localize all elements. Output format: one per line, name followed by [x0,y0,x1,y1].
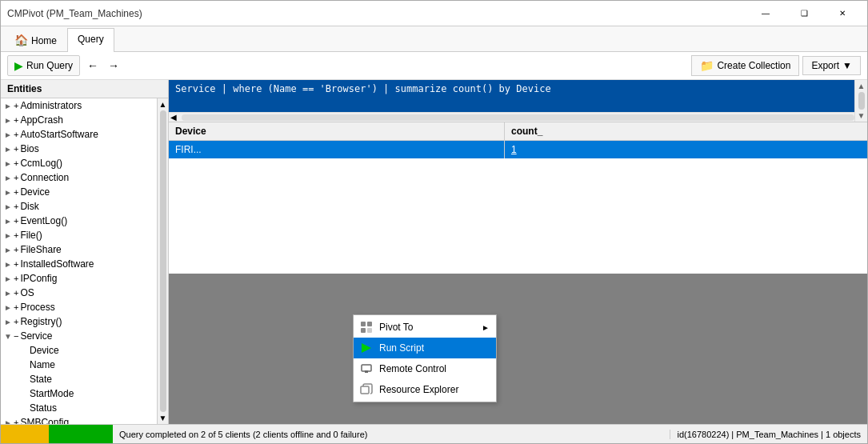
forward-button[interactable]: → [104,56,123,75]
node-icon: + [14,259,18,269]
node-icon: + [14,144,18,154]
sidebar-item-process[interactable]: ► + Process [1,300,157,314]
query-editor: Service | where (Name == 'Browser') | su… [169,80,867,122]
run-query-button[interactable]: ▶ Run Query [7,55,80,76]
sidebar-item-connection[interactable]: ► + Connection [1,170,157,185]
sidebar-item-smbconfig[interactable]: ► + SMBConfig [1,415,157,424]
menu-item-run-script[interactable]: Run Script [354,338,496,358]
sidebar-item-installedsoftware[interactable]: ► + InstalledSoftware [1,257,157,271]
expander-icon: ► [4,202,14,211]
sidebar-item-service[interactable]: ▼ − Service [1,329,157,343]
export-button[interactable]: Export ▼ [802,56,861,75]
status-bar: Query completed on 2 of 5 clients (2 cli… [1,424,867,443]
results-empty-area [169,274,867,425]
sidebar-item-ipconfig[interactable]: ► + IPConfig [1,271,157,286]
scroll-down-icon[interactable]: ▼ [159,414,167,422]
scroll-down-arrow[interactable]: ▼ [858,111,866,120]
node-icon: + [14,302,18,312]
resource-explorer-label: Resource Explorer [379,384,458,395]
scroll-up-icon[interactable]: ▲ [159,100,167,109]
expander-icon: ► [4,231,14,240]
sidebar-item-bios[interactable]: ► + Bios [1,142,157,156]
query-text[interactable]: Service | where (Name == 'Browser') | su… [169,80,867,112]
sidebar-item-service-state[interactable]: State [1,372,157,386]
svg-rect-3 [367,328,372,333]
tab-home[interactable]: 🏠Home [4,28,67,51]
count-link[interactable]: 1 [511,144,517,155]
sidebar-item-service-startmode[interactable]: StartMode [1,386,157,401]
column-device: Device [169,122,505,140]
expander-icon: ► [4,318,14,326]
scroll-left-icon[interactable]: ◀ [169,113,178,122]
nav-buttons: ← → [83,56,123,75]
expander-icon: ► [4,303,14,312]
expander-icon: ► [4,260,14,269]
query-vertical-scrollbar[interactable]: ▲ ▼ [854,80,867,122]
sidebar-item-autostartsoftware[interactable]: ► + AutoStartSoftware [1,127,157,142]
sidebar-item-appcrash[interactable]: ► + AppCrash [1,113,157,127]
sidebar-scrollbar[interactable]: ▲ ▼ [157,98,168,424]
sidebar-item-service-status[interactable]: Status [1,401,157,415]
svg-rect-5 [362,365,371,371]
sidebar-item-ccmlog[interactable]: ► + CcmLog() [1,156,157,170]
remote-control-label: Remote Control [379,363,446,374]
context-menu-overlay: Pivot To ► Run Script [353,314,497,402]
scroll-track[interactable] [182,114,854,121]
sidebar-item-fileshare[interactable]: ► + FileShare [1,242,157,257]
menu-item-pivot-to[interactable]: Pivot To ► [354,317,496,338]
node-icon: + [14,158,18,168]
svg-rect-0 [361,322,366,326]
menu-item-remote-control[interactable]: Remote Control [354,358,496,379]
sidebar-item-service-name[interactable]: Name [1,358,157,372]
tab-query[interactable]: Query [67,28,114,52]
svg-marker-4 [362,343,371,353]
query-horizontal-scrollbar[interactable]: ◀ ▶ [169,112,867,122]
sidebar-item-registry[interactable]: ► + Registry() [1,314,157,329]
progress-bar [1,425,113,443]
close-button[interactable]: ✕ [824,1,861,26]
node-icon: + [14,274,18,283]
expander-icon: ► [4,274,14,283]
expander-icon: ► [4,246,14,254]
collection-icon: 📁 [700,59,714,72]
expander-icon: ► [4,145,14,154]
sidebar-item-eventlog[interactable]: ► + EventLog() [1,214,157,228]
cell-count: 1 [505,141,867,158]
sidebar-item-administrators[interactable]: ► + Administrators [1,98,157,113]
node-icon: + [14,216,18,226]
node-icon: + [14,288,18,298]
sidebar-item-device[interactable]: ► + Device [1,185,157,199]
create-collection-button[interactable]: 📁 Create Collection [691,55,799,76]
expander-icon: ► [4,130,14,139]
back-button[interactable]: ← [83,56,102,75]
v-scroll-thumb[interactable] [858,92,865,110]
cell-device: FIRI... [169,141,505,158]
minimize-button[interactable]: — [747,1,784,26]
ribbon: 🏠Home Query [1,26,867,52]
results-header: Device count_ [169,122,867,141]
context-menu: Pivot To ► Run Script [353,314,497,402]
scroll-up-arrow[interactable]: ▲ [858,82,866,90]
expander-icon: ► [4,418,14,425]
svg-rect-1 [367,322,372,326]
node-icon: + [14,245,18,254]
scroll-thumb[interactable] [160,110,166,412]
dropdown-icon: ▼ [842,60,852,71]
table-row[interactable]: FIRI... 1 [169,141,867,158]
sidebar-item-service-device[interactable]: Device [1,343,157,358]
expander-icon: ► [4,188,14,197]
sidebar-item-disk[interactable]: ► + Disk [1,199,157,214]
sidebar-item-os[interactable]: ► + OS [1,286,157,300]
progress-complete [49,425,113,443]
menu-item-resource-explorer[interactable]: Resource Explorer [354,379,496,400]
progress-offline [1,425,49,443]
svg-rect-7 [365,371,368,373]
run-icon: ▶ [14,59,23,72]
sidebar-item-file[interactable]: ► + File() [1,228,157,242]
node-icon: + [14,187,18,197]
main-area: Entities ► + Administrators ► + AppCrash… [1,80,867,424]
entity-list: ► + Administrators ► + AppCrash ► + Auto… [1,98,157,424]
restore-button[interactable]: ❑ [786,1,822,26]
svg-rect-2 [361,328,366,333]
node-icon: − [14,331,18,341]
